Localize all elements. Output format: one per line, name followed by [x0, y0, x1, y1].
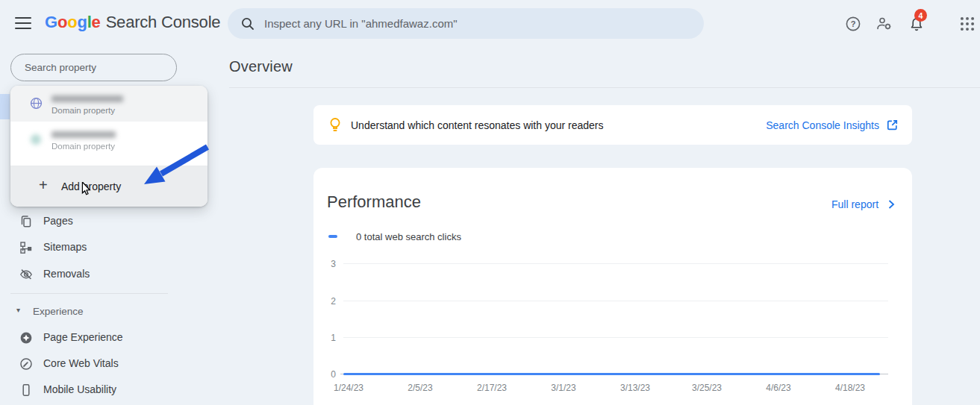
sidebar-item-label: Mobile Usability — [43, 383, 116, 395]
sidebar-item-label: Removals — [43, 268, 90, 280]
sidebar-section-experience[interactable]: ▾ Experience — [0, 304, 194, 319]
sidebar-item-label: Core Web Vitals — [43, 357, 119, 369]
property-search-field[interactable] — [10, 54, 177, 81]
y-tick-label: 2 — [313, 296, 336, 307]
search-console-app: GoogleSearch Console ? 4 Domain property… — [0, 0, 980, 405]
brand-letter: G — [45, 13, 57, 31]
notification-count-badge: 4 — [914, 9, 927, 22]
brand-letter: o — [57, 13, 67, 31]
section-label: Experience — [33, 306, 84, 317]
performance-card: Performance Full report 0 total web sear… — [313, 168, 912, 405]
pages-icon — [19, 215, 33, 228]
chevron-right-icon[interactable] — [885, 198, 897, 210]
search-console-insights-link[interactable]: Search Console Insights — [766, 119, 879, 131]
x-tick-label: 2/17/23 — [477, 383, 507, 393]
x-tick-label: 4/18/23 — [835, 383, 865, 393]
sidebar-item-label: Sitemaps — [43, 241, 87, 253]
property-name-redacted — [52, 131, 116, 138]
top-app-bar: GoogleSearch Console ? 4 — [0, 0, 980, 46]
sidebar-item-label: Page Experience — [43, 331, 123, 343]
x-tick-label: 3/13/23 — [620, 383, 650, 393]
google-apps-grid-icon[interactable] — [958, 15, 976, 33]
brand-logo[interactable]: GoogleSearch Console — [45, 13, 220, 32]
url-inspect-input[interactable] — [264, 17, 704, 30]
gridline-row: 2 — [313, 301, 888, 310]
brand-suffix: Search Console — [106, 13, 221, 31]
insights-banner: Understand which content resonates with … — [313, 105, 912, 145]
sidebar-item-mobile-usability[interactable]: Mobile Usability — [0, 380, 209, 400]
removals-eye-off-icon — [19, 268, 33, 281]
add-property-label: Add property — [61, 180, 121, 192]
x-tick-label: 3/25/23 — [692, 383, 722, 393]
account-settings-icon[interactable] — [876, 15, 893, 33]
sidebar-item-label: Pages — [43, 215, 73, 227]
property-selector-dropdown: Domain property Domain property + Add pr… — [10, 86, 207, 207]
property-option-1[interactable]: Domain property — [10, 86, 207, 122]
page-experience-icon — [19, 331, 33, 345]
hamburger-menu-icon[interactable] — [15, 17, 31, 29]
legend-series-label: 0 total web search clicks — [356, 231, 461, 242]
full-report-link[interactable]: Full report — [831, 198, 878, 210]
x-tick-label: 2/5/23 — [408, 383, 432, 393]
sidebar-item-page-experience[interactable]: Page Experience — [0, 328, 209, 348]
x-tick-label: 4/6/23 — [766, 383, 790, 393]
property-type-label: Domain property — [52, 142, 115, 151]
y-tick-label: 0 — [313, 369, 336, 380]
selected-nav-highlight-strip — [0, 94, 10, 119]
y-tick-label: 3 — [313, 259, 336, 269]
page-title-divider — [229, 87, 980, 88]
property-option-2[interactable]: Domain property — [10, 122, 207, 157]
lightbulb-icon — [327, 116, 343, 134]
plus-icon: + — [39, 177, 48, 194]
clicks-series-line — [343, 373, 880, 375]
performance-title: Performance — [327, 192, 421, 212]
search-icon — [240, 16, 255, 31]
mobile-usability-phone-icon — [19, 383, 33, 397]
sidebar-divider — [10, 293, 168, 294]
brand-letter: e — [92, 13, 101, 31]
property-name-redacted — [52, 95, 123, 102]
external-link-icon[interactable] — [886, 119, 899, 131]
svg-text:?: ? — [851, 19, 856, 28]
y-tick-label: 1 — [313, 333, 336, 343]
brand-letter: g — [77, 13, 87, 31]
property-search-input[interactable] — [11, 54, 176, 81]
gridline-row: 3 — [313, 263, 888, 272]
page-title: Overview — [229, 58, 293, 75]
brand-letter: o — [67, 13, 77, 31]
url-inspect-searchbar[interactable] — [228, 8, 704, 39]
gridline-row: 1 — [313, 337, 888, 346]
gridline-row-baseline: 0 — [313, 374, 888, 383]
x-tick-label: 1/24/23 — [334, 383, 363, 393]
add-property-button[interactable]: + Add property — [10, 166, 207, 207]
domain-favicon-redacted — [31, 134, 41, 145]
chevron-down-icon: ▾ — [16, 306, 20, 314]
legend-series-swatch — [328, 235, 337, 238]
sidebar-item-pages[interactable]: Pages — [0, 212, 209, 231]
insights-banner-text: Understand which content resonates with … — [351, 119, 604, 131]
sidebar-item-removals[interactable]: Removals — [0, 265, 209, 284]
domain-globe-icon — [30, 97, 43, 110]
x-tick-label: 3/1/23 — [551, 383, 575, 393]
property-type-label: Domain property — [52, 106, 115, 115]
sidebar-item-sitemaps[interactable]: Sitemaps — [0, 238, 209, 257]
core-web-vitals-gauge-icon — [19, 357, 33, 371]
sidebar-item-core-web-vitals[interactable]: Core Web Vitals — [0, 354, 209, 374]
help-icon[interactable]: ? — [844, 15, 862, 33]
sitemaps-icon — [19, 241, 33, 254]
